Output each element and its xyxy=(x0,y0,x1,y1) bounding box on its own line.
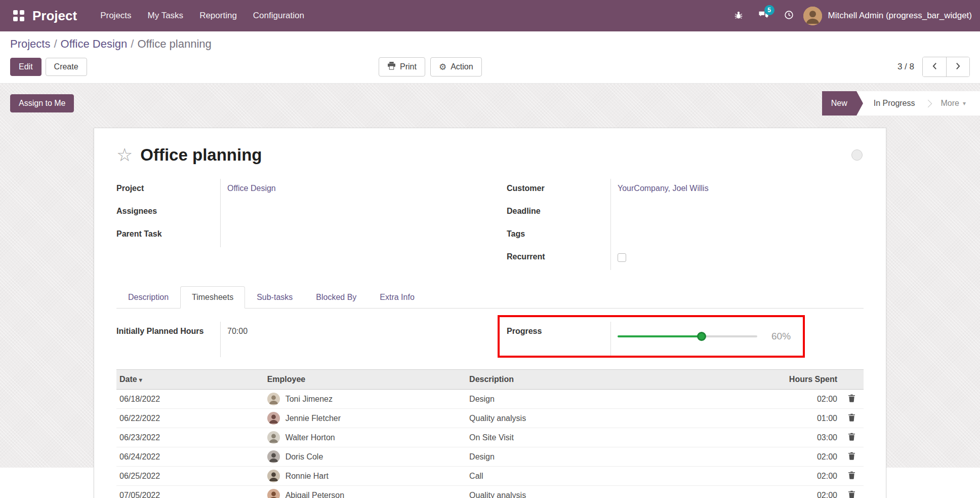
recurrent-checkbox[interactable] xyxy=(618,253,626,262)
edit-button[interactable]: Edit xyxy=(10,58,42,76)
content-area: Assign to Me New In Progress More ▾ ☆ Of… xyxy=(0,84,980,468)
employee-avatar xyxy=(267,489,280,498)
column-header-employee[interactable]: Employee xyxy=(264,370,466,390)
nav-item-reporting[interactable]: Reporting xyxy=(191,6,245,26)
create-button[interactable]: Create xyxy=(46,58,87,76)
table-row[interactable]: 06/18/2022 Toni Jimenez Design 02:00 xyxy=(116,390,864,409)
cell-description[interactable]: Quality analysis xyxy=(466,409,682,428)
stage-statusbar: New In Progress More ▾ xyxy=(822,91,980,116)
cell-description[interactable]: On Site Visit xyxy=(466,428,682,447)
nav-item-projects[interactable]: Projects xyxy=(92,6,139,26)
column-header-description[interactable]: Description xyxy=(466,370,682,390)
nav-item-my-tasks[interactable]: My Tasks xyxy=(140,6,192,26)
customer-link[interactable]: YourCompany, Joel Willis xyxy=(618,184,709,193)
cell-description[interactable]: Quality analysis xyxy=(466,486,682,498)
cell-date[interactable]: 06/18/2022 xyxy=(116,390,264,409)
cell-hours[interactable]: 01:00 xyxy=(682,409,840,428)
project-label: Project xyxy=(116,179,221,202)
delete-row-button[interactable] xyxy=(846,412,858,424)
cell-description[interactable]: Design xyxy=(466,390,682,409)
progress-slider-fill xyxy=(618,335,702,337)
nav-item-configuration[interactable]: Configuration xyxy=(245,6,312,26)
column-header-hours-spent[interactable]: Hours Spent xyxy=(682,370,840,390)
table-row[interactable]: 06/24/2022 Doris Cole Design 02:00 xyxy=(116,447,864,467)
debug-bug-button[interactable] xyxy=(727,5,750,27)
cell-description[interactable]: Design xyxy=(466,447,682,467)
breadcrumb-separator: / xyxy=(54,37,57,50)
timesheet-table: Date▾ Employee Description Hours Spent 0… xyxy=(116,369,864,498)
activities-button[interactable] xyxy=(778,5,800,27)
breadcrumb-separator: / xyxy=(131,37,134,50)
delete-row-button[interactable] xyxy=(846,451,858,463)
pager-nav xyxy=(922,57,970,77)
stage-more-dropdown[interactable]: More ▾ xyxy=(933,99,966,108)
progress-slider-wrap: 60% xyxy=(618,327,864,342)
cell-date[interactable]: 06/22/2022 xyxy=(116,409,264,428)
control-panel-buttons: Edit Create Print ⚙ Action xyxy=(10,57,970,77)
action-button[interactable]: ⚙ Action xyxy=(430,57,482,76)
cell-hours[interactable]: 02:00 xyxy=(682,486,840,498)
progress-slider-handle[interactable] xyxy=(697,332,706,341)
control-panel: Projects/Office Design/Office planning E… xyxy=(0,31,980,84)
delete-row-button[interactable] xyxy=(846,432,858,443)
column-header-actions xyxy=(840,370,864,390)
messages-badge: 5 xyxy=(764,5,774,15)
assignees-value xyxy=(221,202,473,224)
main-menu: Projects My Tasks Reporting Configuratio… xyxy=(92,6,312,26)
cell-hours[interactable]: 02:00 xyxy=(682,467,840,486)
tags-label: Tags xyxy=(507,224,611,247)
trash-icon xyxy=(848,396,855,404)
tab-description[interactable]: Description xyxy=(116,286,180,309)
cell-date[interactable]: 07/05/2022 xyxy=(116,486,264,498)
tab-sub-tasks[interactable]: Sub-tasks xyxy=(245,286,304,309)
progress-slider[interactable] xyxy=(618,335,757,337)
tab-extra-info[interactable]: Extra Info xyxy=(368,286,426,309)
pager-previous-button[interactable] xyxy=(923,57,946,76)
chevron-right-icon xyxy=(955,62,961,71)
tags-value xyxy=(611,224,864,247)
cell-hours[interactable]: 02:00 xyxy=(682,447,840,467)
stage-new[interactable]: New xyxy=(822,91,856,116)
assign-to-me-button[interactable]: Assign to Me xyxy=(10,94,74,112)
user-menu[interactable]: Mitchell Admin (progress_bar_widget) xyxy=(828,11,972,21)
progress-value: 60% xyxy=(611,322,864,357)
breadcrumb-office-design[interactable]: Office Design xyxy=(61,37,128,50)
cell-date[interactable]: 06/25/2022 xyxy=(116,467,264,486)
cell-hours[interactable]: 02:00 xyxy=(682,390,840,409)
recurrent-label: Recurrent xyxy=(507,247,611,270)
cell-date[interactable]: 06/23/2022 xyxy=(116,428,264,447)
user-avatar[interactable] xyxy=(803,7,822,25)
apps-menu-button[interactable] xyxy=(8,5,29,26)
project-link[interactable]: Office Design xyxy=(227,184,276,193)
table-row[interactable]: 06/22/2022 Jennie Fletcher Quality analy… xyxy=(116,409,864,428)
breadcrumb-projects[interactable]: Projects xyxy=(10,37,50,50)
column-header-date[interactable]: Date▾ xyxy=(116,370,264,390)
cell-date[interactable]: 06/24/2022 xyxy=(116,447,264,467)
employee-name: Jennie Fletcher xyxy=(285,414,341,423)
table-row[interactable]: 06/25/2022 Ronnie Hart Call 02:00 xyxy=(116,467,864,486)
cell-hours[interactable]: 03:00 xyxy=(682,428,840,447)
cell-description[interactable]: Call xyxy=(466,467,682,486)
bug-icon xyxy=(734,11,743,21)
tab-timesheets[interactable]: Timesheets xyxy=(180,286,245,309)
messages-button[interactable]: 5 xyxy=(753,5,775,27)
pager-next-button[interactable] xyxy=(946,57,969,76)
pager-count: 3 / 8 xyxy=(897,62,914,72)
table-row[interactable]: 06/23/2022 Walter Horton On Site Visit 0… xyxy=(116,428,864,447)
favorite-star-icon[interactable]: ☆ xyxy=(116,146,133,164)
employee-avatar xyxy=(267,393,280,405)
top-fields: Project Office Design Assignees Parent T… xyxy=(116,179,864,270)
print-button[interactable]: Print xyxy=(379,57,425,76)
tab-blocked-by[interactable]: Blocked By xyxy=(304,286,368,309)
delete-row-button[interactable] xyxy=(846,470,858,482)
delete-row-button[interactable] xyxy=(846,489,858,498)
table-row[interactable]: 07/05/2022 Abigail Peterson Quality anal… xyxy=(116,486,864,498)
kanban-state-icon[interactable] xyxy=(851,149,863,161)
employee-name: Abigail Peterson xyxy=(285,491,345,498)
delete-row-button[interactable] xyxy=(846,393,858,405)
stage-in-progress[interactable]: In Progress xyxy=(856,99,925,108)
cell-employee: Abigail Peterson xyxy=(267,489,463,498)
clock-icon xyxy=(784,10,794,21)
trash-icon xyxy=(848,435,855,442)
cell-employee: Ronnie Hart xyxy=(267,470,463,482)
